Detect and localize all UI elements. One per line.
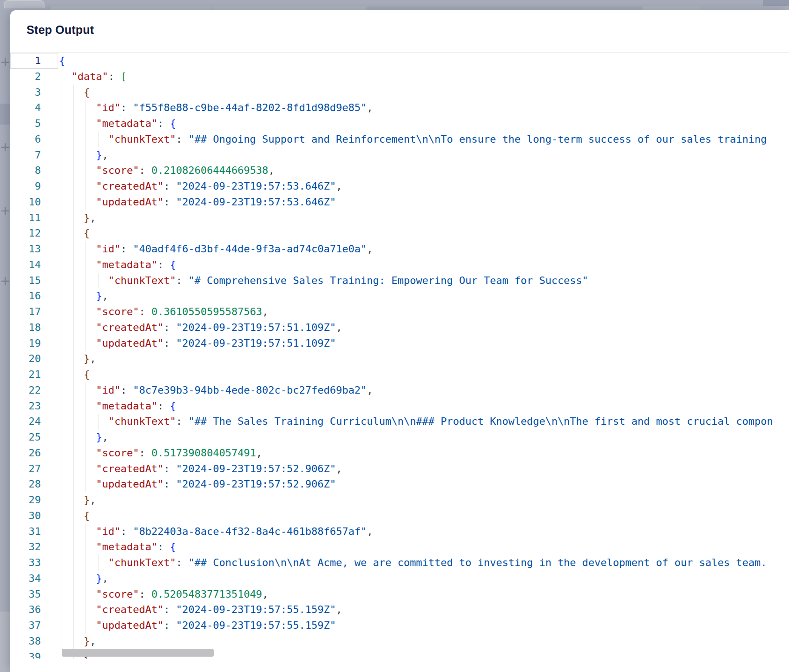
canvas-add-step-button[interactable]: + (0, 55, 10, 69)
indent-guide (61, 257, 61, 273)
background-table-header-segment (212, 7, 366, 10)
line-number: 36 (10, 602, 58, 618)
canvas-add-step-button[interactable]: + (0, 140, 10, 154)
indent-guide (85, 194, 86, 210)
code-line: 1{ (10, 53, 789, 69)
horizontal-scrollbar-thumb[interactable] (62, 649, 214, 657)
indent-guide (73, 398, 74, 414)
code-line-text: "updatedAt": "2024-09-23T19:57:55.159Z" (58, 618, 789, 633)
code-line: 24 "chunkText": "## The Sales Training C… (10, 414, 789, 429)
indent-guide (61, 241, 61, 257)
canvas-add-step-button[interactable]: + (0, 274, 10, 288)
indent-guide (85, 132, 86, 147)
code-line: 3 { (10, 85, 789, 100)
line-number: 1 (10, 53, 58, 69)
code-line: 11 }, (10, 210, 789, 226)
code-line-text: "score": 0.5205483771351049, (58, 586, 789, 602)
line-number: 5 (10, 116, 58, 132)
code-line-text: { (58, 508, 789, 524)
indent-guide (61, 351, 61, 367)
indent-guide (85, 539, 86, 555)
code-line: 21 { (10, 367, 789, 382)
line-number: 8 (10, 163, 58, 178)
indent-guide (98, 132, 99, 147)
indent-guide (61, 320, 61, 336)
indent-guide (61, 476, 61, 492)
code-line: 38 }, (10, 633, 789, 649)
indent-guide (73, 100, 74, 116)
indent-guide (61, 618, 61, 633)
code-line-text: "score": 0.3610550595587563, (58, 304, 789, 320)
indent-guide (73, 147, 74, 163)
line-number: 7 (10, 147, 58, 163)
code-line: 35 "score": 0.5205483771351049, (10, 586, 789, 602)
line-number: 34 (10, 571, 58, 586)
indent-guide (73, 241, 74, 257)
indent-guide (98, 273, 99, 289)
indent-guide (61, 69, 61, 85)
line-number: 13 (10, 241, 58, 257)
indent-guide (85, 163, 86, 178)
indent-guide (73, 351, 74, 367)
code-line: 6 "chunkText": "## Ongoing Support and R… (10, 132, 789, 147)
indent-guide (73, 414, 74, 429)
line-number: 32 (10, 539, 58, 555)
code-line: 22 "id": "8c7e39b3-94bb-4ede-802c-bc27fe… (10, 382, 789, 398)
code-line: 10 "updatedAt": "2024-09-23T19:57:53.646… (10, 194, 789, 210)
indent-guide (85, 304, 86, 320)
canvas-add-step-button[interactable]: + (0, 204, 10, 217)
json-code-viewer[interactable]: 1{2 "data": [3 {4 "id": "f55f8e88-c9be-4… (10, 53, 789, 659)
code-line-text: "id": "f55f8e88-c9be-44af-8202-8fd1d98d9… (58, 100, 789, 116)
indent-guide (61, 429, 61, 445)
code-line: 18 "createdAt": "2024-09-23T19:57:51.109… (10, 320, 789, 336)
code-line: 16 }, (10, 288, 789, 304)
code-line-text: }, (58, 429, 789, 445)
indent-guide (85, 476, 86, 492)
indent-guide (73, 555, 74, 571)
indent-guide (61, 398, 61, 414)
indent-guide (61, 539, 61, 555)
indent-guide (73, 461, 74, 477)
background-left-strip-dark (0, 104, 10, 125)
background-left-strip-light (0, 612, 10, 672)
line-number: 20 (10, 351, 58, 367)
indent-guide (85, 257, 86, 273)
line-number: 6 (10, 132, 58, 147)
code-line-text: "score": 0.517390804057491, (58, 445, 789, 461)
indent-guide (61, 304, 61, 320)
line-number: 2 (10, 69, 58, 85)
line-number: 25 (10, 429, 58, 445)
code-line: 34 }, (10, 571, 789, 586)
indent-guide (85, 586, 86, 602)
background-top-right-block (763, 0, 789, 6)
indent-guide (73, 273, 74, 289)
indent-guide (85, 116, 86, 132)
code-line-text: "createdAt": "2024-09-23T19:57:55.159Z", (58, 602, 789, 618)
line-number: 24 (10, 414, 58, 429)
indent-guide (61, 492, 61, 508)
code-line-text: "updatedAt": "2024-09-23T19:57:51.109Z" (58, 336, 789, 351)
indent-guide (73, 225, 74, 241)
indent-guide (98, 414, 99, 429)
code-line: 8 "score": 0.21082606444669538, (10, 163, 789, 178)
indent-guide (85, 320, 86, 336)
indent-guide (85, 429, 86, 445)
indent-guide (61, 571, 61, 586)
header-divider (10, 52, 789, 53)
line-number: 15 (10, 273, 58, 289)
indent-guide (61, 633, 61, 649)
indent-guide (85, 571, 86, 586)
code-line: 31 "id": "8b22403a-8ace-4f32-8a4c-461b88… (10, 524, 789, 540)
code-line-text: "data": [ (58, 69, 789, 85)
code-line-text: "id": "8c7e39b3-94bb-4ede-802c-bc27fed69… (58, 382, 789, 398)
code-line-text: "score": 0.21082606444669538, (58, 163, 789, 178)
code-line: 12 { (10, 225, 789, 241)
background-table-header-segment (702, 7, 789, 10)
line-number: 11 (10, 210, 58, 226)
code-line-text: "metadata": { (58, 257, 789, 273)
code-line: 20 }, (10, 351, 789, 367)
code-line: 23 "metadata": { (10, 398, 789, 414)
indent-guide (85, 100, 86, 116)
indent-guide (85, 147, 86, 163)
line-number: 9 (10, 178, 58, 194)
